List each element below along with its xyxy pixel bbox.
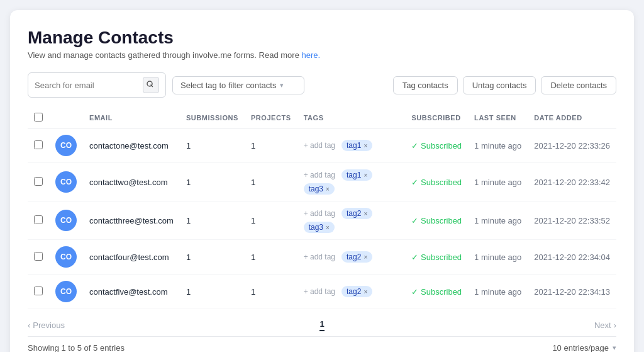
tag-pill: tag3 × [304, 183, 335, 195]
row-checkbox[interactable] [34, 177, 43, 186]
tag-pill: tag1 × [341, 169, 372, 181]
avatar: CO [55, 281, 77, 302]
remove-tag-button[interactable]: × [326, 186, 330, 193]
remove-tag-button[interactable]: × [364, 254, 367, 261]
select-all-checkbox[interactable] [34, 113, 43, 122]
remove-tag-button[interactable]: × [364, 142, 367, 149]
projects-cell: 1 [245, 128, 297, 163]
table-row: COcontactfive@test.com11+ add tagtag2 ×✓… [28, 275, 616, 309]
toolbar: Select tag to filter contacts ▾ Tag cont… [28, 72, 616, 98]
tags-col: TAGS [297, 108, 406, 128]
avatar: CO [55, 171, 77, 193]
add-tag-button[interactable]: + add tag [304, 287, 335, 296]
email-cell: contactfive@test.com [83, 275, 180, 309]
date-added-cell: 2021-12-20 22:34:13 [528, 275, 616, 309]
untag-contacts-button[interactable]: Untag contacts [463, 76, 536, 94]
chevron-right-icon: › [614, 321, 616, 330]
last-seen-col: LAST SEEN [468, 108, 528, 128]
subscribed-cell: ✓ Subscribed [405, 275, 468, 309]
add-tag-button[interactable]: + add tag [304, 253, 335, 261]
row-checkbox[interactable] [34, 215, 43, 224]
row-checkbox[interactable] [34, 140, 43, 149]
footer: Showing 1 to 5 of 5 entries 10 entries/p… [28, 336, 616, 352]
tags-cell: + add tagtag2 × [297, 240, 406, 275]
email-cell: contactthree@test.com [83, 202, 180, 240]
previous-page-button[interactable]: ‹ Previous [28, 321, 65, 330]
email-col: EMAIL [83, 108, 180, 128]
avatar: CO [55, 135, 77, 156]
remove-tag-button[interactable]: × [326, 224, 330, 231]
page-title: Manage Contacts [28, 28, 616, 48]
showing-text: Showing 1 to 5 of 5 entries [28, 343, 125, 352]
last-seen-cell: 1 minute ago [468, 128, 528, 163]
remove-tag-button[interactable]: × [364, 288, 367, 295]
remove-tag-button[interactable]: × [364, 172, 367, 179]
tags-cell: + add tagtag1 × [297, 128, 406, 163]
toolbar-right: Tag contacts Untag contacts Delete conta… [393, 76, 616, 94]
last-seen-cell: 1 minute ago [468, 202, 528, 240]
last-seen-cell: 1 minute ago [468, 275, 528, 309]
table-row: COcontactone@test.com11+ add tagtag1 ×✓ … [28, 128, 616, 163]
chevron-down-icon: ▾ [280, 81, 284, 89]
date-added-col: DATE ADDED [528, 108, 616, 128]
add-tag-button[interactable]: + add tag [304, 141, 335, 150]
subscribed-cell: ✓ Subscribed [405, 240, 468, 275]
page-subtitle: View and manage contacts gathered throug… [28, 50, 616, 60]
subscribed-col: SUBSCRIBED [405, 108, 468, 128]
add-tag-button[interactable]: + add tag [304, 171, 335, 179]
search-icon-button[interactable] [143, 77, 159, 93]
current-page[interactable]: 1 [319, 319, 324, 331]
date-added-cell: 2021-12-20 22:33:52 [528, 202, 616, 240]
submissions-cell: 1 [180, 275, 245, 309]
delete-contacts-button[interactable]: Delete contacts [541, 76, 616, 94]
row-checkbox[interactable] [34, 287, 43, 295]
search-input[interactable] [35, 81, 138, 90]
tag-contacts-button[interactable]: Tag contacts [393, 76, 458, 94]
email-cell: contacttwo@test.com [83, 163, 180, 202]
subscribed-cell: ✓ Subscribed [405, 202, 468, 240]
submissions-cell: 1 [180, 202, 245, 240]
tag-pill: tag2 × [341, 286, 372, 297]
tags-cell: + add tagtag2 ×tag3 × [297, 202, 406, 240]
select-all-col [28, 108, 49, 128]
manage-contacts-card: Manage Contacts View and manage contacts… [10, 10, 634, 352]
date-added-cell: 2021-12-20 22:33:26 [528, 128, 616, 163]
add-tag-button[interactable]: + add tag [304, 209, 335, 218]
pagination: ‹ Previous 1 Next › [28, 309, 616, 336]
date-added-cell: 2021-12-20 22:34:04 [528, 240, 616, 275]
table-row: COcontacttwo@test.com11+ add tagtag1 ×ta… [28, 163, 616, 202]
chevron-down-icon: ▾ [613, 344, 616, 352]
date-added-cell: 2021-12-20 22:33:42 [528, 163, 616, 202]
email-cell: contactfour@test.com [83, 240, 180, 275]
tag-pill: tag1 × [341, 140, 372, 151]
submissions-cell: 1 [180, 128, 245, 163]
tag-filter-label: Select tag to filter contacts [180, 81, 276, 90]
entries-per-page-dropdown[interactable]: 10 entries/page ▾ [552, 343, 616, 352]
tag-pill: tag2 × [341, 208, 372, 219]
table-row: COcontactthree@test.com11+ add tagtag2 ×… [28, 202, 616, 240]
avatar: CO [55, 210, 77, 231]
subscribed-cell: ✓ Subscribed [405, 128, 468, 163]
projects-col: PROJECTS [245, 108, 297, 128]
read-more-link[interactable]: here. [302, 50, 321, 60]
tags-cell: + add tagtag1 ×tag3 × [297, 163, 406, 202]
row-checkbox[interactable] [34, 252, 43, 261]
last-seen-cell: 1 minute ago [468, 240, 528, 275]
search-wrapper [28, 72, 166, 98]
table-row: COcontactfour@test.com11+ add tagtag2 ×✓… [28, 240, 616, 275]
next-page-button[interactable]: Next › [594, 321, 616, 330]
last-seen-cell: 1 minute ago [468, 163, 528, 202]
remove-tag-button[interactable]: × [364, 210, 367, 217]
table-header-row: EMAIL SUBMISSIONS PROJECTS TAGS SUBSCRIB… [28, 108, 616, 128]
projects-cell: 1 [245, 202, 297, 240]
submissions-cell: 1 [180, 240, 245, 275]
toolbar-left: Select tag to filter contacts ▾ [28, 72, 304, 98]
tags-cell: + add tagtag2 × [297, 275, 406, 309]
avatar-col [49, 108, 83, 128]
submissions-cell: 1 [180, 163, 245, 202]
projects-cell: 1 [245, 240, 297, 275]
submissions-col: SUBMISSIONS [180, 108, 245, 128]
chevron-left-icon: ‹ [28, 321, 30, 330]
subscribed-cell: ✓ Subscribed [405, 163, 468, 202]
tag-filter-dropdown[interactable]: Select tag to filter contacts ▾ [172, 76, 304, 94]
